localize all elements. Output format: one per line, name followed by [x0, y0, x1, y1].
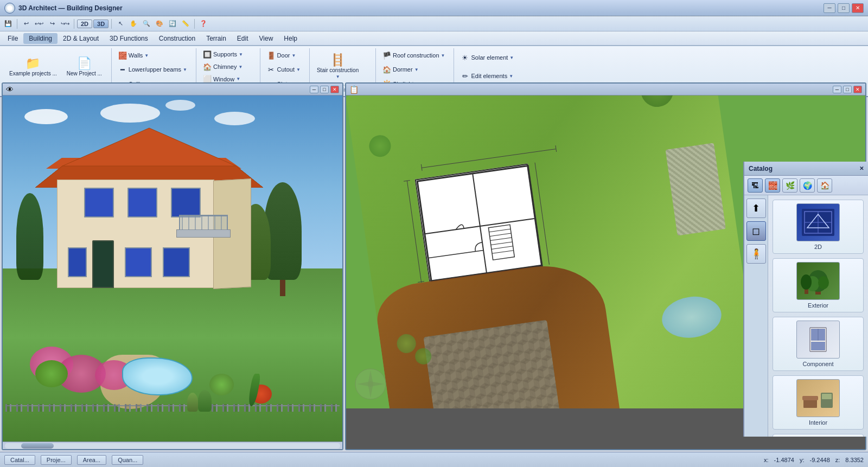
mode-3d-button[interactable]: 3D	[93, 20, 108, 28]
catalog-component-label: Component	[803, 361, 834, 367]
chimney-button[interactable]: 🏠 Chimney ▼	[200, 61, 246, 73]
measure-button[interactable]: 📏	[180, 18, 192, 30]
walls-button[interactable]: 🧱 Walls ▼	[115, 49, 152, 61]
cloud-2	[100, 104, 160, 123]
catalog-content: 2D	[768, 195, 868, 437]
catalog-tool-globe[interactable]: 🌍	[800, 178, 815, 193]
menu-terrain[interactable]: Terrain	[201, 33, 232, 44]
catalog-toolbar: 🏗 🧱 🌿 🌍 🏠	[744, 176, 868, 195]
new-icon: 📄	[77, 57, 92, 69]
status-tab-quantity[interactable]: Quan...	[112, 455, 143, 465]
cutout-label: Cutout	[277, 66, 295, 73]
maximize-button[interactable]: □	[838, 3, 850, 13]
status-tab-catalog[interactable]: Catal...	[4, 455, 35, 465]
water-feature-site	[659, 293, 724, 342]
viewport-3d[interactable]	[3, 95, 342, 442]
example-projects-label: Example projects ...	[9, 71, 57, 76]
svg-line-11	[491, 242, 513, 245]
solar-element-button[interactable]: ☀ Solar element ▼	[457, 52, 517, 63]
supports-button[interactable]: 🔲 Supports ▼	[200, 48, 246, 60]
catalog-interior-image	[796, 379, 840, 417]
catalog-item-2d[interactable]: 2D	[773, 200, 864, 254]
title-bar-left: 3D Architect — Building Designer	[4, 3, 123, 14]
separator3	[111, 19, 112, 29]
roof-construction-button[interactable]: 🏴 Roof construction ▼	[379, 49, 449, 61]
3d-scrollbar[interactable]	[3, 442, 342, 449]
catalog-nav-top[interactable]: ⬆	[746, 199, 766, 218]
quick-toolbar: 💾 ↩ ↩↩ ↪ ↪↪ 2D 3D ↖ ✋ 🔍 🎨 🔄 📏 ❓	[0, 16, 868, 31]
catalog-item-people[interactable]: People	[773, 434, 864, 437]
redo-all-button[interactable]: ↪↪	[59, 18, 71, 30]
menu-help[interactable]: Help	[278, 33, 303, 44]
menu-edit[interactable]: Edit	[232, 33, 254, 44]
catalog-item-exterior[interactable]: Exterior	[773, 258, 864, 312]
menu-3d-functions[interactable]: 3D Functions	[104, 33, 154, 44]
catalog-tool-build[interactable]: 🏗	[748, 178, 763, 193]
new-project-button[interactable]: 📄 New Project ...	[63, 55, 106, 79]
minimize-button[interactable]: ─	[824, 3, 835, 13]
door-button[interactable]: 🚪 Door ▼	[264, 49, 299, 61]
panel-3d-close[interactable]: ✕	[330, 86, 339, 93]
catalog-nav-person[interactable]: 🧍	[746, 244, 766, 264]
roof-icon: 🏴	[382, 51, 391, 60]
panel-2d-maximize[interactable]: □	[843, 86, 852, 93]
coord-x-value: -1.4874	[774, 457, 794, 463]
menu-building[interactable]: Building	[23, 33, 58, 44]
save-button[interactable]: 💾	[2, 18, 14, 30]
panel-3d-maximize[interactable]: □	[320, 86, 329, 93]
render-button[interactable]: 🎨	[154, 18, 165, 30]
menu-view[interactable]: View	[254, 33, 279, 44]
walls-label: Walls	[129, 52, 143, 59]
catalog-close-icon[interactable]: ✕	[859, 165, 864, 171]
balcony-posts	[182, 215, 228, 230]
title-bar: 3D Architect — Building Designer ─ □ ✕	[0, 0, 868, 16]
svg-line-13	[492, 251, 514, 254]
status-tab-project[interactable]: Proje...	[41, 455, 72, 465]
stair-construction-button[interactable]: 🪜 Stair construction ▼	[313, 52, 362, 81]
dormer-button[interactable]: 🏠 Dormer ▼	[379, 63, 422, 75]
undo-all-button[interactable]: ↩↩	[33, 18, 45, 30]
catalog-nav-middle[interactable]: ◻	[746, 221, 766, 241]
close-button[interactable]: ✕	[852, 3, 864, 13]
help-button[interactable]: ❓	[197, 18, 209, 30]
solar-icon: ☀	[461, 53, 469, 62]
scrollbar-track	[5, 443, 340, 449]
panel-2d-minimize[interactable]: ─	[833, 86, 841, 93]
catalog-tool-home[interactable]: 🏠	[817, 178, 832, 193]
mode-2d-button[interactable]: 2D	[77, 20, 92, 28]
pan-button[interactable]: ✋	[127, 18, 139, 30]
panel-3d-minimize[interactable]: ─	[310, 86, 318, 93]
catalog-tool-selected[interactable]: 🧱	[765, 178, 780, 193]
dormer-label: Dormer	[393, 66, 413, 73]
floor-plan-svg	[416, 164, 543, 282]
redo-button[interactable]: ↪	[46, 18, 58, 30]
menu-file[interactable]: File	[2, 33, 23, 44]
chimney-icon: 🏠	[203, 62, 212, 71]
undo-button[interactable]: ↩	[20, 18, 32, 30]
example-projects-button[interactable]: 📁 Example projects ...	[5, 55, 61, 79]
catalog-tool-plants[interactable]: 🌿	[782, 178, 797, 193]
rotate-button[interactable]: 🔄	[167, 18, 178, 30]
edit-elements-arrow: ▼	[509, 74, 513, 79]
edit-elements-icon: ✏	[461, 72, 469, 80]
select-button[interactable]: ↖	[114, 18, 126, 30]
window-upper-center	[127, 188, 157, 217]
menu-2d-layout[interactable]: 2D & Layout	[58, 33, 104, 44]
zoom-button[interactable]: 🔍	[141, 18, 152, 30]
menu-construction[interactable]: Construction	[154, 33, 201, 44]
app-icon	[4, 3, 15, 14]
panel-2d-close[interactable]: ✕	[853, 86, 862, 93]
scrollbar-thumb[interactable]	[21, 443, 54, 449]
svg-rect-31	[811, 342, 825, 350]
catalog-item-component[interactable]: Component	[773, 317, 864, 371]
ribbon-row-open1: 🚪 Door ▼	[264, 48, 299, 62]
solar-arrow: ▼	[509, 55, 514, 60]
chimney-arrow: ▼	[238, 65, 242, 69]
catalog-split: ⬆ ◻ 🧍 2D	[744, 195, 868, 437]
lower-upper-beams-button[interactable]: ━ Lower/upper beams ▼	[115, 63, 190, 75]
svg-point-26	[818, 276, 829, 289]
status-tab-area[interactable]: Area...	[77, 455, 106, 465]
cutout-button[interactable]: ✂ Cutout ▼	[264, 63, 304, 75]
catalog-item-interior[interactable]: Interior	[773, 375, 864, 430]
edit-elements-button[interactable]: ✏ Edit elements ▼	[457, 70, 516, 82]
